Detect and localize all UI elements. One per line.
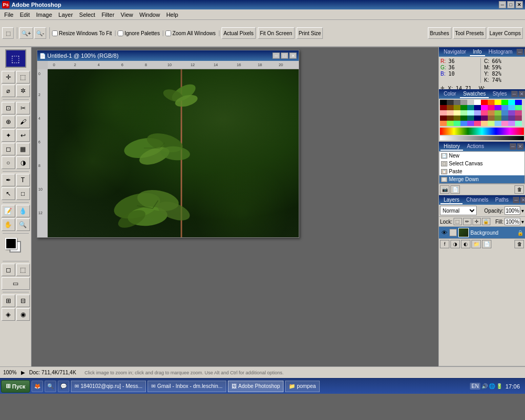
zoom-all-checkbox[interactable] [165,30,171,36]
swatch-lightyellow[interactable] [454,110,460,116]
taskbar-messenger-btn[interactable]: ✉ 1840102@qip.ru] - Mess... [71,381,146,392]
opacity-input[interactable] [505,206,520,215]
history-panel-collapse-btn[interactable]: ─ [510,143,516,150]
extra-tool-2[interactable]: ⊟ [16,295,30,307]
close-btn[interactable]: ✕ [516,1,523,8]
swatch-lightskyblue[interactable] [495,121,501,126]
history-panel-close-btn[interactable]: ✕ [517,143,523,150]
eraser-tool[interactable]: ◻ [2,143,15,155]
zoom-tool[interactable]: 🔍 [16,218,30,231]
layer-group-btn[interactable]: 📁 [471,240,481,248]
swatch-lightred[interactable] [440,110,447,116]
tool-presets-btn[interactable]: Tool Presets [453,27,486,39]
swatch-lightgray[interactable] [460,100,467,105]
layer-style-btn[interactable]: f [440,240,449,248]
swatch-springgreen[interactable] [454,121,460,126]
ignore-palettes-checkbox[interactable] [118,30,123,36]
swatch-coral[interactable] [440,121,447,126]
paths-tab[interactable]: Paths [492,196,512,204]
pen-tool[interactable]: ✒ [2,174,15,186]
magic-wand-tool[interactable]: ✲ [16,85,30,97]
brush-tool[interactable]: 🖌 [16,116,30,128]
fill-input[interactable] [505,218,520,225]
history-item-new[interactable]: 📄 New [439,152,524,160]
swatch-skyblue[interactable] [508,105,515,110]
history-new-doc-btn[interactable]: 📄 [450,185,460,194]
swatch-orange[interactable] [488,100,495,105]
taskbar-pompea-btn[interactable]: 📁 pompea [285,381,319,392]
standard-mode-btn[interactable]: ◻ [2,264,15,276]
screen-mode-btn[interactable]: ▭ [2,277,30,290]
gradient-tool[interactable]: ▦ [16,143,30,155]
taskbar-browser-icon[interactable]: 🦊 [32,381,43,392]
swatch-purple2[interactable] [481,116,488,121]
swatch-blue[interactable] [515,100,522,105]
swatch-yellow[interactable] [495,100,501,105]
print-size-btn[interactable]: Print Size [297,27,323,39]
eyedropper-tool[interactable]: 💧 [16,205,30,217]
swatch-lavender[interactable] [474,110,481,116]
color-spectrum-bar[interactable] [440,128,524,135]
actions-tab[interactable]: Actions [464,143,487,151]
swatch-black[interactable] [440,100,447,105]
navigator-tab[interactable]: Navigator [440,48,469,56]
menu-select[interactable]: Select [76,10,99,19]
minimize-btn[interactable]: ─ [499,1,506,8]
menu-edit[interactable]: Edit [17,10,33,19]
history-snapshot-btn[interactable]: 📷 [440,185,449,194]
layers-tab[interactable]: Layers [440,196,463,204]
menu-file[interactable]: File [1,10,17,19]
zoom-in-btn[interactable]: 🔍+ [19,27,33,39]
menu-layer[interactable]: Layer [55,10,76,19]
color-panel-close-btn[interactable]: ✕ [519,91,525,97]
swatch-magenta[interactable] [481,105,488,110]
swatch-pink[interactable] [488,105,495,110]
move-tool[interactable]: ✛ [2,71,15,83]
swatch-green[interactable] [501,100,508,105]
swatch-cyan[interactable] [508,100,515,105]
swatch-dodgerblue[interactable] [460,121,467,126]
swatch-lightpink[interactable] [501,121,508,126]
doc-close-btn[interactable]: ✕ [289,52,297,59]
swatch-mediumpurple[interactable] [508,110,515,116]
history-delete-btn[interactable]: 🗑 [514,185,524,194]
layer-mask-btn[interactable]: ◑ [450,240,460,248]
swatch-brown[interactable] [447,105,454,110]
swatch-mediumviolet[interactable] [515,110,522,116]
swatch-deeppink[interactable] [474,121,481,126]
swatch-red[interactable] [481,100,488,105]
layers-panel-collapse-btn[interactable]: ─ [513,197,519,203]
taskbar-gmail-btn[interactable]: ✉ Gmail - Inbox - dm.leschin... [148,381,226,392]
swatch-maroon[interactable] [440,116,447,121]
swatch-purple[interactable] [495,105,501,110]
swatch-darkgray[interactable] [447,100,454,105]
swatch-forestgreen[interactable] [460,116,467,121]
swatch-yellowgreen[interactable] [488,121,495,126]
swatch-cadetblue[interactable] [501,116,508,121]
swatch-teal[interactable] [467,105,474,110]
swatch-sienna[interactable] [488,116,495,121]
path-select-tool[interactable]: ↖ [2,187,15,200]
swatch-chartreuse[interactable] [495,110,501,116]
lasso-tool[interactable]: ⌀ [2,85,15,97]
swatch-thistle[interactable] [508,121,515,126]
hand-tool[interactable]: ✋ [2,218,15,231]
layer-adj-btn[interactable]: ◐ [461,240,470,248]
menu-view[interactable]: View [118,10,136,19]
blur-tool[interactable]: ○ [2,156,15,169]
swatch-lightgreen[interactable] [460,110,467,116]
taskbar-search-icon[interactable]: 🔍 [45,381,56,392]
layer-comps-btn[interactable]: Layer Comps [488,27,523,39]
shape-tool[interactable]: □ [16,187,30,200]
document-canvas[interactable] [48,69,299,237]
swatch-slateblue[interactable] [467,121,474,126]
menu-filter[interactable]: Filter [98,10,117,19]
actual-pixels-btn[interactable]: Actual Pixels [222,27,256,39]
lang-indicator[interactable]: EN [470,383,480,390]
lock-position-btn[interactable]: ✛ [472,218,481,225]
foreground-color-swatch[interactable] [5,238,17,249]
channels-tab[interactable]: Channels [463,196,491,204]
selection-tool[interactable]: ⬚ [16,71,30,83]
swatch-mediumpurple2[interactable] [508,116,515,121]
histogram-tab[interactable]: Histogram [486,48,516,56]
